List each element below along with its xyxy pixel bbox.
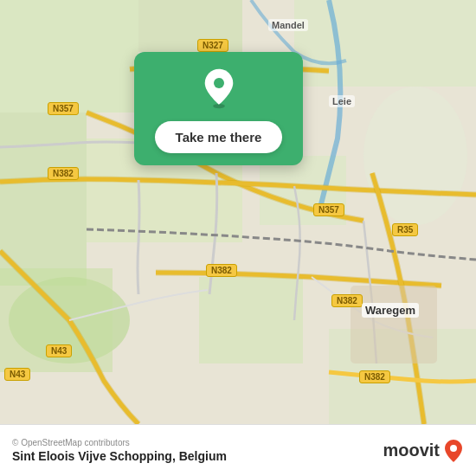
road-label-n357b: N357 [313, 203, 344, 216]
road-label-n43: N43 [46, 344, 72, 357]
svg-rect-2 [0, 113, 87, 286]
location-pin-icon [198, 68, 240, 109]
waregem-label: Waregem [362, 303, 419, 318]
road-label-n382c: N382 [331, 294, 363, 307]
road-label-n382d: N382 [359, 370, 390, 383]
svg-point-15 [450, 445, 457, 452]
bottom-info: © OpenStreetMap contributors Sint Eloois… [12, 438, 227, 463]
place-name: Sint Eloois Vijve Schopping, Belgium [12, 449, 227, 463]
svg-rect-6 [199, 277, 303, 363]
moovit-text: moovit [383, 441, 440, 460]
mandel-label: Mandel [268, 19, 308, 31]
take-me-there-button[interactable]: Take me there [155, 121, 283, 153]
road-label-n357: N357 [48, 102, 79, 115]
map-attribution: © OpenStreetMap contributors [12, 438, 227, 447]
svg-point-14 [214, 78, 224, 88]
road-label-n327: N327 [197, 39, 228, 52]
moovit-pin-icon [443, 439, 464, 463]
svg-rect-12 [351, 286, 437, 363]
map-container: N327 N357 N382 N382 N382 N357 R35 N43 N3… [0, 0, 476, 424]
navigation-card: Take me there [134, 52, 303, 165]
road-label-n382b: N382 [206, 264, 237, 277]
svg-rect-11 [294, 0, 476, 87]
leie-label: Leie [329, 95, 355, 107]
bottom-bar: © OpenStreetMap contributors Sint Eloois… [0, 424, 476, 476]
road-label-n382: N382 [48, 167, 79, 180]
moovit-logo: moovit [383, 439, 464, 463]
road-label-r35: R35 [392, 223, 418, 236]
svg-rect-1 [0, 0, 138, 113]
road-label-n43b: N43 [4, 368, 30, 381]
